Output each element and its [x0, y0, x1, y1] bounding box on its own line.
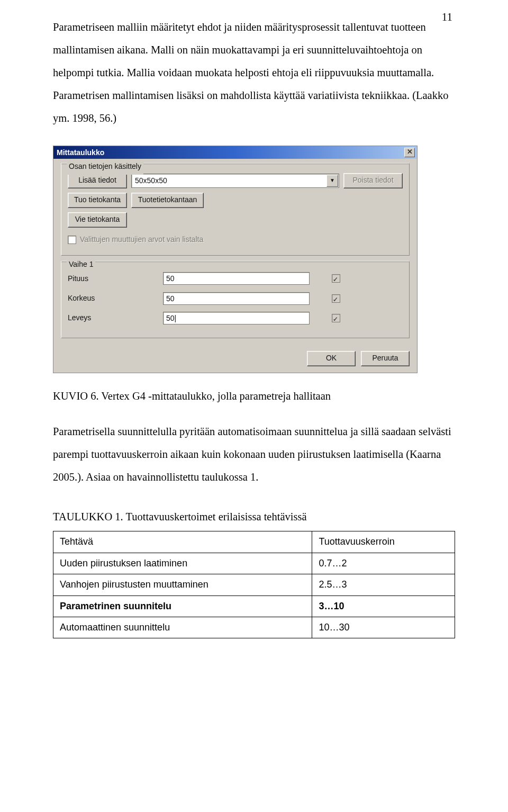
productivity-table: Tehtävä Tuottavuuskerroin Uuden piirustu…: [53, 531, 455, 638]
group-part-data: Osan tietojen käsittely Lisää tiedot 50x…: [61, 163, 410, 255]
group-legend-2: Vaihe 1: [67, 257, 95, 272]
width-input[interactable]: 50|: [163, 312, 310, 324]
size-combobox-value: 50x50x50: [132, 173, 326, 188]
ok-button[interactable]: OK: [307, 351, 356, 366]
table-header-factor: Tuottavuuskerroin: [312, 531, 455, 553]
import-db-button[interactable]: Tuo tietokanta: [68, 193, 127, 208]
table-heading: TAULUKKO 1. Tuottavuuskertoimet erilaisi…: [53, 509, 455, 525]
width-lock-checkbox: [332, 314, 340, 322]
size-combobox[interactable]: 50x50x50 ▼: [131, 174, 339, 188]
list-only-checkbox-label: Valittujen muuttujien arvot vain listalt…: [80, 232, 203, 247]
group-legend-1: Osan tietojen käsittely: [67, 159, 143, 174]
group-phase-1: Vaihe 1 Pituus 50 Korkeus 50 Leveys 50|: [61, 261, 410, 338]
body-paragraph-2: Parametrisella suunnittelulla pyritään a…: [53, 420, 455, 489]
list-only-checkbox[interactable]: [68, 236, 76, 244]
table-cell-label: Uuden piirustuksen laatiminen: [53, 553, 312, 574]
product-db-button[interactable]: Tuotetietokantaan: [131, 193, 204, 208]
table-row: Vanhojen piirustusten muuttaminen 2.5…3: [53, 574, 455, 596]
table-cell-label: Parametrinen suunnitelu: [53, 596, 312, 617]
height-input[interactable]: 50: [163, 292, 310, 305]
page-number: 11: [442, 5, 452, 29]
add-info-button[interactable]: Lisää tiedot: [68, 173, 127, 188]
table-cell-label: Vanhojen piirustusten muuttaminen: [53, 574, 312, 596]
chevron-down-icon[interactable]: ▼: [326, 175, 338, 187]
window-title: Mittataulukko: [57, 145, 404, 160]
length-lock-checkbox: [332, 274, 340, 283]
length-input[interactable]: 50: [163, 272, 310, 285]
table-cell-value: 10…30: [312, 617, 455, 638]
body-paragraph-1: Parametriseen malliin määritetyt ehdot j…: [53, 16, 455, 130]
table-cell-label: Automaattinen suunnittelu: [53, 617, 312, 638]
table-row: Automaattinen suunnittelu 10…30: [53, 617, 455, 638]
cancel-button[interactable]: Peruuta: [361, 351, 410, 366]
height-label: Korkeus: [68, 291, 163, 306]
width-label: Leveys: [68, 310, 163, 326]
dialog-window: Mittataulukko ✕ Osan tietojen käsittely …: [53, 146, 418, 373]
close-icon[interactable]: ✕: [404, 148, 415, 157]
table-cell-value: 3…10: [312, 596, 455, 617]
export-db-button[interactable]: Vie tietokanta: [68, 212, 127, 228]
table-header-task: Tehtävä: [53, 531, 312, 553]
table-cell-value: 0.7…2: [312, 553, 455, 574]
table-cell-value: 2.5…3: [312, 574, 455, 596]
delete-info-button: Poista tiedot: [343, 173, 403, 188]
table-header-row: Tehtävä Tuottavuuskerroin: [53, 531, 455, 553]
length-label: Pituus: [68, 271, 163, 286]
height-lock-checkbox: [332, 294, 340, 303]
titlebar: Mittataulukko ✕: [53, 146, 417, 159]
figure-caption: KUVIO 6. Vertex G4 -mittataulukko, jolla…: [53, 388, 455, 404]
table-row: Parametrinen suunnitelu 3…10: [53, 596, 455, 617]
table-row: Uuden piirustuksen laatiminen 0.7…2: [53, 553, 455, 574]
